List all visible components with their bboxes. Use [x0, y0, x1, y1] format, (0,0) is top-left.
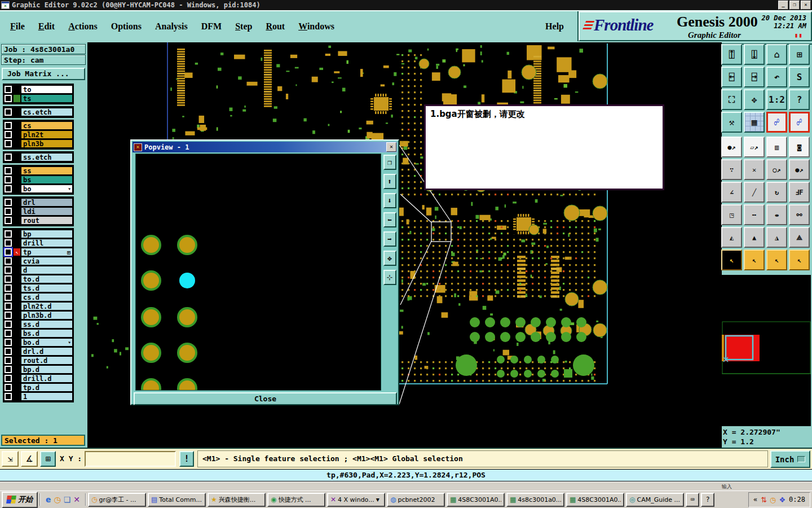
previous-view-button[interactable]: ↶ [766, 67, 787, 87]
layer-color-swatch[interactable]: ↖ [14, 108, 20, 116]
purple-x-icon[interactable]: ✕ [73, 495, 80, 504]
layer-name[interactable]: 1➤⊞ [21, 392, 73, 401]
popview-viewport[interactable] [135, 154, 381, 391]
menu-item[interactable]: Analysis [155, 21, 188, 32]
s-route-button[interactable]: S [789, 67, 810, 87]
layer-color-swatch[interactable]: ↖ [14, 208, 20, 215]
layer-color-swatch[interactable]: ↖ [14, 167, 20, 174]
layer-color-swatch[interactable]: ↖ [14, 294, 20, 301]
help-button[interactable]: ? [789, 89, 810, 110]
xy-input[interactable] [85, 451, 176, 467]
layer-visibility-checkbox[interactable] [5, 257, 12, 265]
layer-color-swatch[interactable]: ↖ [14, 366, 20, 373]
layer-name[interactable]: pln2t.d➤⊞ [21, 302, 73, 310]
angle-measure-button[interactable]: ∠ [721, 182, 742, 203]
popview-zoom-in-icon[interactable]: ⬆ [383, 174, 396, 189]
layer-name[interactable]: cs➤⊞ [21, 121, 73, 130]
copy-feature-button[interactable]: ▱↗ [744, 137, 765, 157]
layer-name[interactable]: bo.d➤⊞ [21, 338, 73, 347]
layer-name[interactable]: pln3b.d➤⊞ [21, 311, 73, 319]
board-canvas[interactable]: 1.bga开窗被删，请更改 ✕ Popview - 1 ✕ ❐⬆⬇⬅➡✥⊹ Cl… [87, 42, 722, 448]
layer-color-swatch[interactable]: ↖ [14, 176, 20, 183]
layer-color-swatch[interactable]: ↖ [14, 217, 20, 224]
units-dropdown[interactable]: Inch [770, 450, 810, 468]
layer-visibility-checkbox[interactable] [5, 95, 12, 102]
spacing-check-button[interactable]: ⇹ [766, 204, 787, 225]
layer-color-swatch[interactable]: ↖ [14, 321, 20, 328]
layer-name[interactable]: pln2t➤⊞ [21, 130, 73, 139]
start-button[interactable]: 开始 [2, 492, 38, 508]
popview-fit-view-icon[interactable]: ✥ [383, 251, 396, 266]
measure-button[interactable]: ▥ [766, 137, 787, 157]
mirror-feature-button[interactable]: ℲF [789, 182, 810, 203]
draw-line-button[interactable]: ╱ [744, 182, 765, 203]
angle-tool-button[interactable]: ∡ [21, 451, 38, 467]
layer-name[interactable]: ts.d➤⊞ [21, 284, 73, 292]
annotation-note[interactable]: 1.bga开窗被删，请更改 [424, 104, 664, 190]
tray-chevron-icon[interactable]: « [753, 496, 757, 503]
layer-color-swatch[interactable]: ↖ [14, 284, 20, 292]
task-button[interactable]: ✕ 4 X windo... ▾ [327, 493, 385, 507]
layer-color-swatch[interactable]: ↖ [14, 266, 20, 274]
layer-name[interactable]: drill.d➤⊞ [21, 374, 73, 383]
layer-visibility-checkbox[interactable] [5, 199, 12, 206]
layer-visibility-checkbox[interactable] [5, 375, 12, 382]
close-button[interactable]: ✕ [801, 1, 811, 10]
menu-item-help[interactable]: Help [545, 21, 564, 32]
job-matrix-button[interactable]: Job Matrix ... [2, 68, 85, 80]
layer-color-swatch[interactable]: ↖ [14, 312, 20, 319]
layer-visibility-checkbox[interactable] [5, 248, 12, 256]
task-button[interactable]: ▦ 4S8C3001A0... [447, 493, 505, 507]
rotate-feature-button[interactable]: ↻ [766, 182, 787, 203]
layer-visibility-checkbox[interactable] [5, 384, 12, 391]
select-pad-button[interactable]: ◙ [789, 137, 810, 157]
layer-visibility-checkbox[interactable] [5, 284, 12, 292]
layer-color-swatch[interactable]: ↖ [14, 86, 20, 93]
layer-name[interactable]: bp➤⊞ [21, 230, 73, 238]
fit-view-button[interactable]: ⛶ [721, 89, 742, 110]
popview-close-button[interactable]: Close [134, 392, 397, 405]
layer-visibility-checkbox[interactable] [5, 86, 12, 93]
menu-item[interactable]: Rout [266, 21, 285, 32]
layer-name[interactable]: bo➤⊞ [21, 185, 73, 193]
layer-visibility-checkbox[interactable] [5, 208, 12, 215]
menu-item[interactable]: Edit [38, 21, 55, 32]
task-button[interactable]: ▤ Total Comm... [148, 493, 206, 507]
layer-name[interactable]: rout➤⊞ [21, 216, 73, 225]
notes-icon[interactable]: ❏ [64, 495, 71, 504]
layer-visibility-checkbox[interactable] [5, 266, 12, 274]
break-line-button[interactable]: ╍ [744, 204, 765, 225]
net-endpoints-button[interactable]: ∵ [721, 159, 742, 180]
layer-visibility-checkbox[interactable] [5, 339, 12, 346]
layer-name[interactable]: ldi➤⊞ [21, 207, 73, 216]
layer-name[interactable]: cs.d➤⊞ [21, 293, 73, 301]
layer-visibility-checkbox[interactable] [5, 275, 12, 283]
layer-name[interactable]: rout.d➤⊞ [21, 356, 73, 365]
layer-color-swatch[interactable]: ↖ [14, 154, 20, 161]
layer-name[interactable]: ts➤⊞ [21, 94, 73, 103]
ime-label[interactable]: 输入 [722, 483, 732, 491]
home-view-button[interactable]: ⌂ [766, 44, 787, 65]
layer-color-swatch[interactable]: ↖ [14, 239, 20, 247]
grid-tool-button[interactable]: ⊞ [40, 451, 56, 467]
move-feature-button[interactable]: ●↗ [721, 137, 742, 157]
menu-item[interactable]: Actions [68, 21, 98, 32]
touching-check-button[interactable]: ⚯ [789, 204, 810, 225]
layer-visibility-checkbox[interactable] [5, 330, 12, 337]
layer-color-swatch[interactable]: ↖ [14, 131, 20, 138]
popview-pan-left-icon[interactable]: ⬅ [383, 212, 396, 227]
select-inside-button[interactable]: ↖ [744, 249, 765, 270]
triangle-up-c-button[interactable]: ◮ [766, 227, 787, 248]
triangle-up-a-button[interactable]: ◭ [721, 227, 742, 248]
ie-icon[interactable]: e [46, 495, 51, 504]
layer-name[interactable]: drl.d➤⊞ [21, 347, 73, 356]
layer-visibility-checkbox[interactable] [5, 357, 12, 364]
menu-item[interactable]: File [10, 21, 25, 32]
popview-titlebar[interactable]: ✕ Popview - 1 ✕ [133, 142, 397, 152]
layer-color-swatch[interactable]: ↖ [14, 122, 20, 129]
clock-icon[interactable]: ◷ [54, 495, 61, 504]
layer-visibility-checkbox[interactable] [5, 230, 12, 238]
select-cursor-button[interactable]: ↖ [721, 249, 742, 270]
layer-name[interactable]: pln3b➤⊞ [21, 139, 73, 148]
layer-color-swatch[interactable]: ↖ [14, 257, 20, 265]
